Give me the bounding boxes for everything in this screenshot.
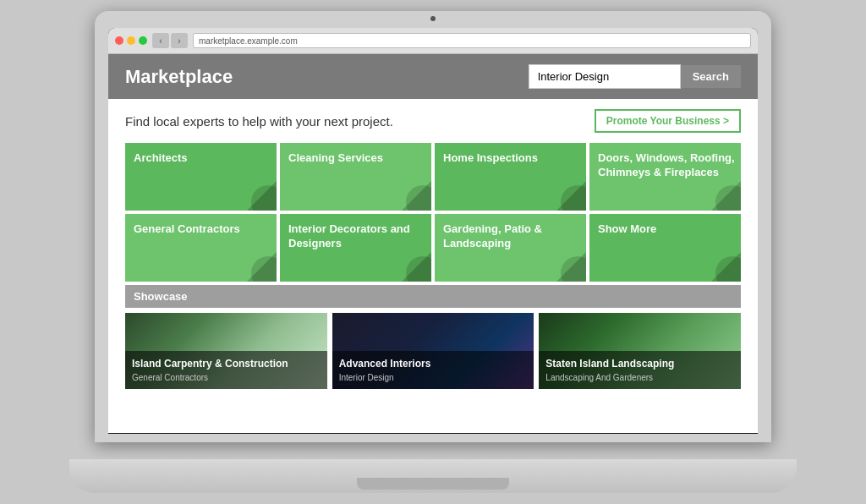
- category-card-home-inspections[interactable]: Home Inspections: [435, 143, 586, 211]
- category-label-architects: Architects: [134, 151, 188, 166]
- category-label-general-contractors: General Contractors: [134, 222, 240, 237]
- screen-bezel: ‹ › marketplace.example.com Marketplace …: [108, 28, 758, 434]
- laptop-base: [69, 459, 797, 493]
- showcase-header: Showcase: [125, 285, 741, 308]
- maximize-dot[interactable]: [139, 36, 147, 45]
- minimize-dot[interactable]: [127, 36, 135, 45]
- screen-content: Marketplace Search Find local experts to…: [108, 54, 758, 433]
- showcase-overlay-landscaping: Staten Island Landscaping Landscaping An…: [539, 351, 741, 389]
- category-card-interior-decorators[interactable]: Interior Decorators and Designers: [280, 214, 431, 282]
- showcase-grid: Island Carpentry & Construction General …: [125, 313, 741, 389]
- category-card-general-contractors[interactable]: General Contractors: [125, 214, 277, 282]
- category-grid: Architects Cleaning Services Home Inspec…: [108, 143, 758, 282]
- nav-arrows: ‹ ›: [152, 33, 188, 48]
- search-button[interactable]: Search: [681, 65, 741, 88]
- traffic-lights: [115, 36, 147, 45]
- category-label-home-inspections: Home Inspections: [443, 151, 538, 166]
- marketplace-title: Marketplace: [125, 66, 512, 88]
- marketplace-header: Marketplace Search: [108, 54, 758, 99]
- category-label-gardening: Gardening, Patio & Landscaping: [443, 222, 586, 251]
- promote-business-button[interactable]: Promote Your Business >: [595, 109, 741, 133]
- showcase-name-interiors: Advanced Interiors: [339, 358, 528, 371]
- showcase-section: Showcase Island Carpentry & Construction…: [108, 285, 758, 389]
- forward-button[interactable]: ›: [171, 33, 188, 48]
- showcase-overlay-interiors: Advanced Interiors Interior Design: [332, 351, 534, 389]
- laptop-notch: [357, 478, 509, 490]
- showcase-category-landscaping: Landscaping And Gardeners: [545, 373, 734, 382]
- laptop-frame: ‹ › marketplace.example.com Marketplace …: [69, 11, 797, 493]
- category-card-cleaning[interactable]: Cleaning Services: [280, 143, 431, 211]
- category-card-show-more[interactable]: Show More: [589, 214, 741, 282]
- showcase-overlay-carpentry: Island Carpentry & Construction General …: [125, 351, 327, 389]
- showcase-category-carpentry: General Contractors: [132, 373, 321, 382]
- search-bar: Search: [529, 64, 741, 89]
- back-button[interactable]: ‹: [152, 33, 169, 48]
- category-label-cleaning: Cleaning Services: [288, 151, 383, 166]
- category-card-architects[interactable]: Architects: [125, 143, 277, 211]
- category-card-doors-windows[interactable]: Doors, Windows, Roofing, Chimneys & Fire…: [589, 143, 741, 211]
- showcase-name-carpentry: Island Carpentry & Construction: [132, 358, 321, 371]
- showcase-card-interiors[interactable]: Advanced Interiors Interior Design: [332, 313, 534, 389]
- category-label-show-more: Show More: [598, 222, 656, 237]
- category-card-gardening[interactable]: Gardening, Patio & Landscaping: [435, 214, 586, 282]
- category-label-doors-windows: Doors, Windows, Roofing, Chimneys & Fire…: [598, 151, 741, 180]
- browser-chrome: ‹ › marketplace.example.com: [108, 28, 758, 54]
- laptop-body: ‹ › marketplace.example.com Marketplace …: [95, 11, 771, 442]
- address-bar[interactable]: marketplace.example.com: [193, 33, 751, 48]
- search-input[interactable]: [529, 64, 681, 89]
- camera-dot: [430, 16, 436, 21]
- showcase-card-carpentry[interactable]: Island Carpentry & Construction General …: [125, 313, 327, 389]
- close-dot[interactable]: [115, 36, 123, 45]
- showcase-category-interiors: Interior Design: [339, 373, 528, 382]
- category-label-interior-decorators: Interior Decorators and Designers: [288, 222, 431, 251]
- tagline-text: Find local experts to help with your nex…: [125, 114, 393, 129]
- tagline-bar: Find local experts to help with your nex…: [108, 99, 758, 143]
- showcase-name-landscaping: Staten Island Landscaping: [545, 358, 734, 371]
- showcase-card-landscaping[interactable]: Staten Island Landscaping Landscaping An…: [539, 313, 741, 389]
